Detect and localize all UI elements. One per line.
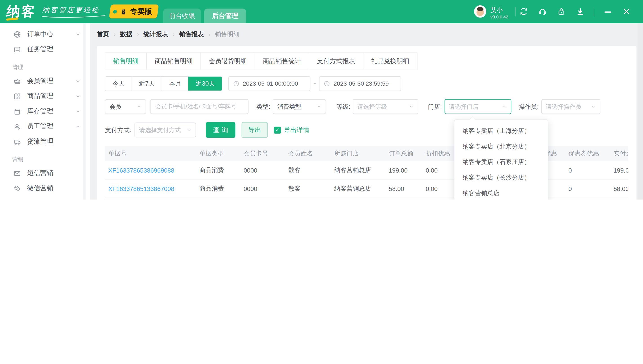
sidebar-item-sms-marketing[interactable]: 短信营销 <box>0 166 90 181</box>
col-header-order-no: 单据号 <box>105 150 196 157</box>
sidebar-item-staff-management[interactable]: 员工管理 <box>0 119 90 134</box>
type-label: 类型: <box>256 103 270 110</box>
member-search-input[interactable]: 会员卡/手机/姓名/卡面号/车牌号 <box>150 99 248 114</box>
sidebar-section-marketing: 营销 <box>0 149 90 166</box>
search-button[interactable]: 查 询 <box>206 122 235 138</box>
store-option[interactable]: 纳客专卖店（北京分店） <box>454 139 548 154</box>
store-option[interactable]: 纳客专卖店（长沙分店） <box>454 170 548 185</box>
badge-hole <box>113 10 117 13</box>
customer-service-icon[interactable] <box>538 7 547 16</box>
breadcrumb-separator: › <box>114 30 116 38</box>
window-close-button[interactable] <box>622 8 631 16</box>
content-card: 销售明细 商品销售明细 会员退货明细 商品销售统计 支付方式报表 礼品兑换明细 … <box>97 46 636 200</box>
chevron-down-icon <box>76 78 80 83</box>
export-button[interactable]: 导出 <box>242 122 268 138</box>
store-option[interactable]: 纳客专卖店（石家庄店） <box>454 154 548 170</box>
order-total-cell: 199.00 <box>386 167 422 174</box>
sidebar-scrollbar-track <box>83 23 86 200</box>
filter-row-2: 支付方式: 请选择支付方式 查 询 导出 ✓ 导出详情 <box>105 122 636 138</box>
report-tab[interactable]: 礼品兑换明细 <box>363 52 418 70</box>
chevron-down-icon <box>76 109 80 114</box>
globe-icon <box>13 30 21 38</box>
report-tab[interactable]: 商品销售统计 <box>255 52 309 70</box>
store-select[interactable]: 请选择门店 <box>444 99 511 114</box>
member-name-cell: 散客 <box>285 185 331 192</box>
quick-date-button[interactable]: 近30天 <box>188 76 222 90</box>
order-type-cell: 商品消费 <box>196 185 240 192</box>
member-type-select[interactable]: 会员 <box>105 99 146 114</box>
order-no-link[interactable]: XF16337865133867008 <box>105 185 196 192</box>
shopping-bag-icon <box>120 8 128 16</box>
nav-back-office[interactable]: 后台管理 <box>204 8 246 23</box>
sidebar-item-logistics-management[interactable]: 货流管理 <box>0 134 90 150</box>
sidebar-item-inventory-management[interactable]: 库存管理 <box>0 104 90 119</box>
titlebar-divider <box>594 8 594 16</box>
chevron-down-icon <box>76 94 80 99</box>
app-version: v3.0.0.42 <box>490 14 508 19</box>
quick-date-label: 近7天 <box>139 80 155 88</box>
report-tab[interactable]: 支付方式报表 <box>309 52 364 70</box>
person-icon <box>13 122 21 130</box>
consume-type-select[interactable]: 消费类型 <box>273 99 326 114</box>
chevron-down-icon <box>76 124 80 129</box>
filter-row-1: 会员 会员卡/手机/姓名/卡面号/车牌号 类型: 消费类型 等级: 请选择等级 … <box>105 99 636 114</box>
col-header-discount: 折扣优惠 <box>422 150 457 157</box>
sidebar-item-label: 库存管理 <box>27 107 53 116</box>
sidebar-item-product-management[interactable]: 商品管理 <box>0 88 90 104</box>
chevron-down-icon <box>187 128 192 132</box>
sidebar-item-wechat-marketing[interactable]: 微信营销 <box>0 181 90 196</box>
table-body: XF16337865386969088 商品消费 0000 散客 纳客营销总店 … <box>105 161 628 200</box>
report-tab[interactable]: 会员退货明细 <box>200 52 255 70</box>
store-option[interactable]: 纳客专卖店（上海分店） <box>454 123 548 138</box>
member-name-cell: 散客 <box>285 166 331 174</box>
sidebar-item-miniprogram-marketing[interactable]: 小程序营销 <box>0 196 90 200</box>
operator-select[interactable]: 请选择操作员 <box>541 99 600 114</box>
table-row: XF16337865386969088 商品消费 0000 散客 纳客营销总店 … <box>105 161 628 180</box>
level-select[interactable]: 请选择等级 <box>353 99 418 114</box>
col-header-member-name: 会员姓名 <box>285 150 331 157</box>
store-label: 门店: <box>428 103 442 110</box>
sidebar-item-member-management[interactable]: 会员管理 <box>0 74 90 89</box>
table-viewport: 单据号 单据类型 会员卡号 会员姓名 所属门店 订单总额 折扣优惠 整单优惠 抹… <box>105 146 628 200</box>
order-no-link[interactable]: XF16337865386969088 <box>105 167 196 174</box>
member-type-value: 会员 <box>110 103 121 110</box>
sidebar-item-label: 货流管理 <box>27 137 53 146</box>
breadcrumb-sales-report[interactable]: 销售报表 <box>179 30 204 38</box>
quick-date-button[interactable]: 近7天 <box>132 76 162 90</box>
breadcrumb-home[interactable]: 首页 <box>97 30 109 38</box>
coupon-discount-cell: 0 <box>565 167 610 174</box>
sidebar-item-label: 商品管理 <box>27 92 53 100</box>
discount-cell: 0.00 <box>422 185 457 192</box>
user-name: 艾小 <box>490 6 503 14</box>
card-no-cell: 0000 <box>240 167 285 174</box>
col-header-card-no: 会员卡号 <box>240 150 285 157</box>
truck-icon <box>13 138 21 146</box>
page-scrollbar-track <box>638 23 643 200</box>
paid-amount-cell: 199.00 <box>610 167 628 174</box>
avatar[interactable] <box>474 6 486 18</box>
nav-front-cashier[interactable]: 前台收银 <box>163 8 201 23</box>
sidebar-item-label: 微信营销 <box>27 184 53 192</box>
export-detail-checkbox[interactable]: ✓ <box>274 126 281 134</box>
export-detail-label[interactable]: 导出详情 <box>284 126 309 134</box>
sidebar-item-order-center[interactable]: 订单中心 <box>0 27 90 42</box>
store-option[interactable]: 纳客营销总店 <box>454 185 548 200</box>
lock-icon[interactable] <box>557 7 566 16</box>
quick-date-button[interactable]: 今天 <box>106 76 132 90</box>
report-tab[interactable]: 销售明细 <box>105 52 147 70</box>
breadcrumb-separator: › <box>172 30 175 38</box>
breadcrumb-statistics[interactable]: 统计报表 <box>144 30 168 38</box>
quick-date-button[interactable]: 本月 <box>162 76 188 90</box>
member-search-placeholder: 会员卡/手机/姓名/卡面号/车牌号 <box>156 103 236 110</box>
window-minimize-button[interactable] <box>604 12 611 12</box>
clock-icon <box>233 80 239 87</box>
download-update-icon[interactable] <box>576 7 585 16</box>
date-to-input[interactable]: 2023-05-30 23:59:59 <box>319 76 401 91</box>
sync-icon[interactable] <box>519 7 528 16</box>
date-from-input[interactable]: 2023-05-01 00:00:00 <box>228 76 310 91</box>
sidebar-item-task-management[interactable]: 任务管理 <box>0 42 90 57</box>
edition-badge: 专卖版 <box>109 4 159 18</box>
breadcrumb-data[interactable]: 数据 <box>120 30 132 38</box>
pay-method-select[interactable]: 请选择支付方式 <box>134 123 196 138</box>
report-tab[interactable]: 商品销售明细 <box>146 52 201 70</box>
